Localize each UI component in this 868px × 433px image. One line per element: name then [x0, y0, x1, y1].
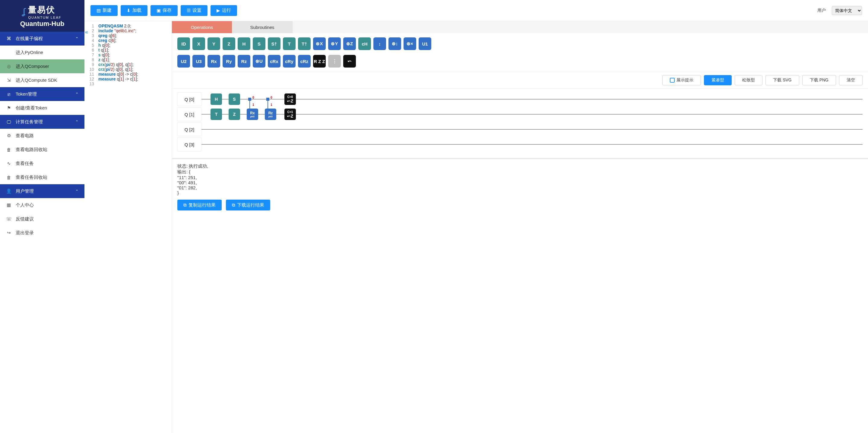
circuit-gate[interactable]: S: [228, 93, 240, 105]
nav-item[interactable]: ⚙查看电路: [0, 129, 85, 143]
gate-cRy[interactable]: cRy: [283, 55, 296, 67]
nav-section[interactable]: ⎚Token管理⌃: [0, 87, 85, 101]
gate-Z[interactable]: ⊗Z: [343, 37, 356, 50]
circuit-gate[interactable]: Rxpi/2: [247, 109, 258, 120]
nav-item[interactable]: ⚑创建/查看Token: [0, 101, 85, 115]
gate-S[interactable]: S†: [268, 37, 280, 50]
gate-U2[interactable]: U2: [177, 55, 190, 67]
section-icon: ⎚: [6, 92, 11, 97]
item-label: 创建/查看Token: [16, 105, 47, 111]
loose-button[interactable]: 松散型: [735, 75, 763, 85]
logo-icon: ʆ: [23, 7, 26, 17]
nav-item[interactable]: 🗑查看任务回收站: [0, 171, 85, 184]
user-label: 用户: [817, 8, 826, 13]
gate-cRz[interactable]: cRz: [298, 55, 311, 67]
code-editor[interactable]: 1OPENQASM 2.0;2include "qelib1.inc";3qre…: [85, 21, 172, 433]
gate-U3[interactable]: U3: [192, 55, 205, 67]
item-icon: ⚙: [6, 133, 11, 138]
gate-S[interactable]: S: [253, 37, 266, 50]
gate-Z[interactable]: Z: [223, 37, 235, 50]
section-icon: 👤: [6, 188, 11, 194]
nav-section[interactable]: ⌘在线量子编程⌃: [0, 32, 85, 45]
new-button[interactable]: ▤新建: [91, 5, 118, 16]
section-label: 在线量子编程: [16, 36, 43, 41]
qubit-wire[interactable]: [202, 129, 863, 130]
gate-RZZ[interactable]: R Z Z: [313, 55, 326, 67]
gate-T[interactable]: T: [283, 37, 296, 50]
right-panel: Operations Subroutines IDXYZHSS†TT†⊗X⊗Y⊗…: [172, 21, 868, 433]
toolbar: ▤新建 ⬇加载 ▣保存 ☰设置 ▶运行 用户 简体中文: [85, 0, 868, 21]
gate-[interactable]: ↕: [373, 37, 386, 50]
circuit-canvas[interactable]: Q [0]HS0101C=0⤺ZQ [1]TZRxpi/2Rzpi/2C=1⤺Z…: [172, 89, 868, 158]
gate-Rx[interactable]: Rx: [208, 55, 220, 67]
nav-item[interactable]: 🗑查看电路回收站: [0, 143, 85, 156]
item-label: 进入PyOnline: [16, 50, 43, 56]
run-button[interactable]: ▶运行: [211, 5, 237, 16]
nav-item[interactable]: 进入PyOnline: [0, 45, 85, 59]
nav-item[interactable]: ∿查看任务: [0, 156, 85, 171]
qubit-label: Q [0]: [177, 92, 202, 106]
gate-H[interactable]: H: [238, 37, 250, 50]
qubit-label: Q [3]: [177, 137, 202, 151]
circuit-gate[interactable]: C=1⤺Z: [284, 109, 296, 120]
download-png-button[interactable]: 下载 PNG: [802, 75, 836, 85]
item-label: 查看任务: [16, 161, 34, 166]
hint-toggle[interactable]: 展示提示: [662, 75, 701, 85]
gate-[interactable]: ⊗↕: [389, 37, 401, 50]
results-panel: 状态: 执行成功, 输出: { "11": 251, "00": 491, "0…: [172, 158, 868, 433]
save-button[interactable]: ▣保存: [151, 5, 178, 16]
gate-U[interactable]: ⊗U: [253, 55, 266, 67]
gate-Rz[interactable]: Rz: [238, 55, 250, 67]
nav-item[interactable]: ◎进入QComposer: [0, 59, 85, 73]
gate-[interactable]: ⋮: [328, 55, 341, 67]
tab-subroutines[interactable]: Subroutines: [232, 21, 292, 33]
circuit-gate[interactable]: H: [211, 93, 222, 105]
item-icon: 🗑: [6, 175, 11, 180]
sidebar: ʆ 量易伏 QUANTUM LEAF Quantum-Hub ⌘在线量子编程⌃进…: [0, 0, 85, 433]
nav-item[interactable]: ☏反馈建议: [0, 212, 85, 226]
qubit-wire[interactable]: HS0101C=0⤺Z: [202, 99, 863, 99]
gate-cRx[interactable]: cRx: [268, 55, 280, 67]
gate-cH[interactable]: cH: [358, 37, 371, 50]
qubit-wire[interactable]: [202, 144, 863, 145]
gate-X[interactable]: X: [192, 37, 205, 50]
compact-button[interactable]: 紧凑型: [704, 75, 732, 85]
gate-T[interactable]: T†: [298, 37, 311, 50]
chevron-up-icon: ⌃: [75, 92, 79, 96]
item-label: 查看电路回收站: [16, 147, 48, 153]
circuit-gate[interactable]: C=0⤺Z: [284, 93, 296, 105]
clear-button[interactable]: 清空: [839, 75, 863, 85]
item-icon: ↪: [6, 230, 11, 236]
gate-X[interactable]: ⊗X: [313, 37, 326, 50]
gate-ID[interactable]: ID: [177, 37, 190, 50]
tab-operations[interactable]: Operations: [172, 21, 232, 33]
file-icon: ▤: [96, 8, 101, 13]
nav-section[interactable]: 🖵计算任务管理⌃: [0, 115, 85, 129]
settings-button[interactable]: ☰设置: [181, 5, 208, 16]
nav-item[interactable]: ↪退出登录: [0, 226, 85, 240]
gate-[interactable]: ⤺: [343, 55, 356, 67]
language-select[interactable]: 简体中文: [832, 6, 862, 15]
item-label: 查看电路: [16, 133, 34, 139]
item-icon: ◎: [6, 64, 11, 69]
nav-section[interactable]: 👤用户管理⌃: [0, 184, 85, 198]
item-icon: 🗑: [6, 147, 11, 152]
copy-results-button[interactable]: ⧉复制运行结果: [177, 199, 222, 211]
gate-U1[interactable]: U1: [418, 37, 431, 50]
qubit-wire[interactable]: TZRxpi/2Rzpi/2C=1⤺Z: [202, 114, 863, 115]
sidebar-collapse[interactable]: «: [85, 29, 88, 35]
gate-[interactable]: ⊗×: [404, 37, 416, 50]
download-results-button[interactable]: ⧉下载运行结果: [226, 199, 270, 211]
download-svg-button[interactable]: 下载 SVG: [766, 75, 799, 85]
nav-item[interactable]: ⇲进入QCompute SDK: [0, 73, 85, 87]
circuit-gate[interactable]: Rzpi/2: [265, 109, 276, 120]
nav-item[interactable]: ▦个人中心: [0, 198, 85, 212]
circuit-gate[interactable]: Z: [228, 109, 240, 120]
circuit-gate[interactable]: T: [211, 109, 222, 120]
gate-Ry[interactable]: Ry: [223, 55, 235, 67]
load-button[interactable]: ⬇加载: [121, 5, 148, 16]
item-label: 进入QCompute SDK: [16, 78, 57, 83]
gate-Y[interactable]: Y: [208, 37, 220, 50]
results-text: 状态: 执行成功, 输出: { "11": 251, "00": 491, "0…: [177, 163, 863, 195]
gate-Y[interactable]: ⊗Y: [328, 37, 341, 50]
